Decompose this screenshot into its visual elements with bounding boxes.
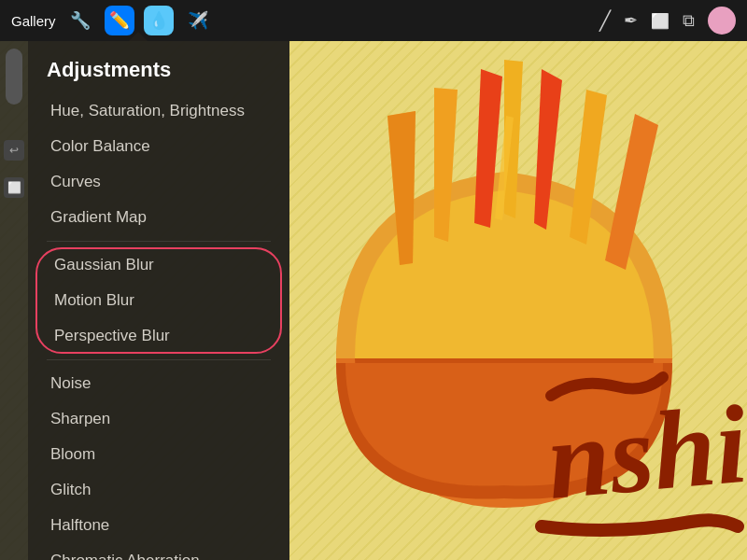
menu-item-hue[interactable]: Hue, Saturation, Brightness: [32, 93, 286, 129]
menu-item-curves[interactable]: Curves: [32, 164, 286, 200]
menu-item-sharpen[interactable]: Sharpen: [32, 401, 286, 437]
menu-item-chromatic-aberration[interactable]: Chromatic Aberration: [32, 543, 286, 560]
adjustments-panel: Adjustments Hue, Saturation, Brightness …: [28, 41, 289, 560]
redo-button[interactable]: ⬜: [4, 177, 24, 198]
eraser-icon[interactable]: ⬜: [651, 12, 669, 30]
menu-item-glitch[interactable]: Glitch: [32, 472, 286, 508]
pen-nib-icon[interactable]: ╱: [599, 9, 611, 32]
menu-item-color-balance[interactable]: Color Balance: [32, 129, 286, 164]
user-avatar[interactable]: [708, 7, 736, 35]
canvas-artwork: nshine: [261, 41, 747, 560]
menu-item-bloom[interactable]: Bloom: [32, 437, 286, 472]
move-tool-icon[interactable]: ✈️: [183, 6, 213, 35]
toolbar-left: Gallery 🔧 ✏️ 💧 ✈️: [11, 6, 213, 35]
undo-button[interactable]: ↩: [4, 140, 24, 161]
toolbar: Gallery 🔧 ✏️ 💧 ✈️ ╱ ✒ ⬜ ⧉: [0, 0, 747, 41]
menu-item-gaussian-blur[interactable]: Gaussian Blur: [35, 247, 282, 283]
fountain-pen-icon[interactable]: ✒: [624, 10, 638, 31]
menu-item-perspective-blur[interactable]: Perspective Blur: [35, 318, 282, 354]
menu-item-noise[interactable]: Noise: [32, 366, 286, 401]
panel-title: Adjustments: [28, 41, 289, 93]
gallery-button[interactable]: Gallery: [11, 13, 56, 29]
left-side-panel: ↩ ⬜: [0, 41, 28, 560]
panel-arrow: [129, 32, 148, 41]
menu-item-gradient-map[interactable]: Gradient Map: [32, 200, 286, 235]
toolbar-right: ╱ ✒ ⬜ ⧉: [599, 7, 736, 35]
wrench-tool-icon[interactable]: 🔧: [65, 6, 95, 35]
divider-1: [47, 241, 271, 242]
menu-item-halftone[interactable]: Halftone: [32, 508, 286, 543]
opacity-slider[interactable]: [6, 49, 22, 105]
divider-2: [47, 359, 271, 360]
layers-icon[interactable]: ⧉: [683, 11, 695, 31]
blur-group: Gaussian Blur Motion Blur Perspective Bl…: [35, 247, 282, 354]
smudge-tool-icon[interactable]: 💧: [144, 6, 174, 35]
menu-item-motion-blur[interactable]: Motion Blur: [35, 283, 282, 318]
